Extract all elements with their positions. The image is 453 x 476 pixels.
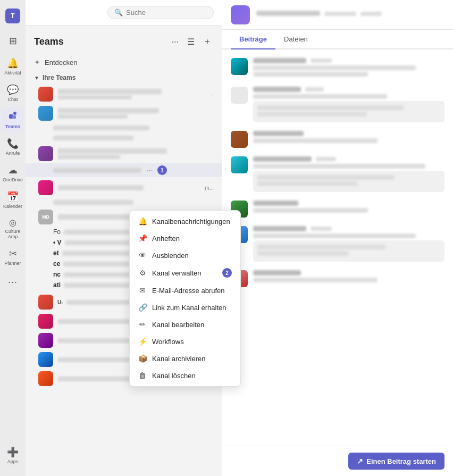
menu-item-email[interactable]: ✉ E-Mail-Adresse abrufen [130,282,240,299]
gear-menu-icon: ⚙ [138,269,147,277]
channel-badge-1: 1 [157,165,167,175]
sidebar-more-button[interactable]: ··· [170,35,181,49]
channel-three-dots[interactable]: ··· [145,165,155,176]
feed-time-2 [305,87,324,91]
channel-item-2[interactable] [26,133,222,143]
tab-beitrage[interactable]: Beiträge [231,30,275,49]
feed-avatar-4 [231,156,248,173]
nav-label-chat: Chat [7,97,18,102]
feed-avatar-2 [231,87,248,104]
feed-name-2 [253,87,301,92]
nav-item-aktivitat[interactable]: 🔔 Aktivität [1,54,24,79]
archive-menu-icon: 📦 [138,354,147,363]
feed-card-text-4b [257,181,358,186]
channel-name-blur [256,11,320,16]
menu-item-ausblenden[interactable]: 👁 Ausblenden [130,247,240,264]
right-panel: Beiträge Dateien [222,0,453,476]
context-menu: 🔔 Kanalbenachrichtigungen 📌 Anheften 👁 A… [129,210,241,387]
nav-item-onedrive[interactable]: ☁ OneDrive [1,161,24,186]
nav-item-cultureamp[interactable]: ◎ Culture Amp [1,214,24,243]
feed-card-text-2b [257,112,367,116]
channel-bold-prefix-2: et [53,249,59,257]
cultureamp-icon: ◎ [9,218,16,228]
hide-menu-icon: 👁 [138,251,147,260]
team-dots-1: .. [211,91,214,97]
team-name-3 [57,148,167,154]
team-sub-1 [57,95,132,99]
discover-label: Entdecken [45,59,77,66]
nav-item-teams[interactable]: Teams [1,107,24,132]
team-info-1 [57,88,206,101]
menu-item-archivieren[interactable]: 📦 Kanal archivieren [130,350,240,367]
feed-item-3 [231,131,444,148]
menu-item-link[interactable]: 🔗 Link zum Kanal erhalten [130,299,240,316]
menu-label-kanal-verwalten: Kanal verwalten [152,269,217,277]
nav-label-planner: Planner [4,261,21,266]
team-item-3[interactable] [26,143,222,163]
section-arrow: ▼ [34,75,39,81]
team-avatar-8 [38,333,53,348]
feed-content-3 [253,131,444,145]
feed-card-4 [253,171,444,192]
team-item-4[interactable]: m... [26,177,222,197]
menu-item-loschen[interactable]: 🗑 Kanal löschen [130,367,240,384]
channel-bold-prefix-1: • V [53,239,62,246]
teams-sidebar: 🔍 Teams ··· ☰ ＋ ✦ Entdecken ▼ Ihre Teams [26,0,222,476]
search-input[interactable] [126,9,207,16]
search-box[interactable]: 🔍 [107,6,214,19]
left-navigation: T ⊞ 🔔 Aktivität 💬 Chat Teams 📞 Anrufe ☁ … [0,0,26,476]
channel-name-2 [53,136,133,140]
channel-item-4a[interactable] [26,197,222,207]
menu-item-kanal-verwalten[interactable]: ⚙ Kanal verwalten 2 [130,264,240,282]
menu-badge-kanal-verwalten: 2 [222,268,232,278]
feed-card-text-2a [257,105,404,110]
channel-bold-5 [64,283,136,288]
channel-name-active [53,168,141,173]
nav-item-planner[interactable]: ✂ Planner [1,245,24,269]
channel-bold-prefix-3: ce [53,260,60,268]
nav-item-kalender[interactable]: 📅 Kalender [1,188,24,212]
feed-content-1 [253,58,444,78]
nav-label-anrufe: Anrufe [6,151,20,156]
nav-item-anrufe[interactable]: 📞 Anrufe [1,135,24,159]
svg-point-1 [13,112,16,115]
feed-avatar-1 [231,58,248,75]
channel-bold-prefix-5: ati [53,281,61,289]
feed-name-6 [253,226,306,231]
section-header-ihre-teams[interactable]: ▼ Ihre Teams [26,71,222,85]
team-item-2[interactable] [26,104,222,123]
channel-item-active[interactable]: ··· 1 [26,163,222,177]
channel-item-1[interactable] [26,123,222,133]
discover-icon: ✦ [34,58,40,66]
team-item-1[interactable]: .. [26,85,222,104]
menu-item-anheften[interactable]: 📌 Anheften [130,230,240,247]
nav-item-chat[interactable]: 💬 Chat [1,81,24,105]
menu-item-kanalbenachrichtigungen[interactable]: 🔔 Kanalbenachrichtigungen [130,213,240,230]
channel-title-area [256,11,444,19]
team-sub-2 [57,114,128,119]
discover-section[interactable]: ✦ Entdecken [26,54,222,71]
tab-dateien[interactable]: Dateien [275,30,316,49]
nav-label-cultureamp: Culture Amp [3,229,22,239]
menu-item-bearbeiten[interactable]: ✏ Kanal bearbeiten [130,316,240,333]
feed-card-2 [253,101,444,122]
feed-item-1 [231,58,444,78]
feed-card-text-6a [257,245,385,249]
nav-grid-button[interactable]: ⊞ [1,32,24,50]
channel-4a [53,200,133,205]
nav-more-button[interactable]: ··· [1,273,24,291]
start-post-button[interactable]: ↗ Einen Beitrag starten [348,453,444,470]
feed-card-text-6b [257,251,349,256]
sidebar-filter-button[interactable]: ☰ [185,35,197,49]
nav-label-aktivitat: Aktivität [4,70,21,76]
feed-item-5 [231,201,444,218]
grid-icon: ⊞ [9,35,17,47]
feed-time-6 [311,227,332,231]
edit-menu-icon: ✏ [138,320,147,329]
menu-item-workflows[interactable]: ⚡ Workflows [130,333,240,350]
channel-name-1 [53,126,149,130]
teams-icon [8,111,18,123]
sidebar-add-button[interactable]: ＋ [201,34,214,49]
nav-item-apps[interactable]: ➕ Apps [1,443,24,467]
feed-item-4 [231,156,444,192]
